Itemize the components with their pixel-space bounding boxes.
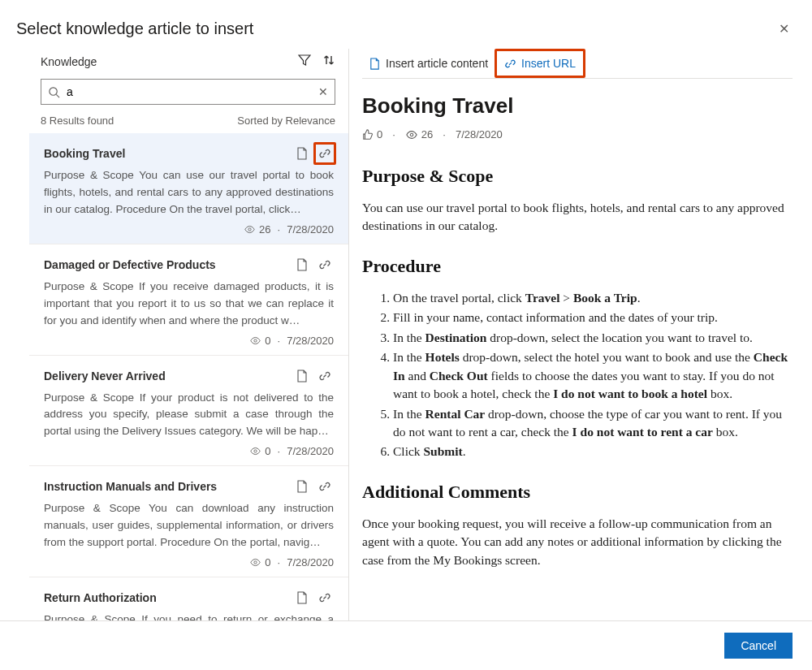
result-card[interactable]: Delivery Never ArrivedPurpose & Scope If… [29,356,348,467]
svg-point-4 [254,561,257,564]
likes: 0 [362,128,382,140]
insert-url-icon[interactable] [316,478,334,495]
eye-icon [405,129,418,140]
like-icon [362,129,374,140]
result-footer: 0·7/28/2020 [44,335,334,347]
result-date: 7/28/2020 [287,556,334,568]
result-views: 0 [249,445,270,457]
heading-purpose: Purpose & Scope [362,163,793,189]
search-icon [48,86,60,98]
result-date: 7/28/2020 [287,335,334,347]
result-title: Damaged or Defective Products [44,258,216,271]
heading-procedure: Procedure [362,253,793,279]
result-snippet: Purpose & Scope If your product is not d… [44,390,334,441]
article-date: 7/28/2020 [456,128,503,140]
svg-point-2 [254,339,257,341]
result-title: Booking Travel [44,147,125,160]
views: 26 [405,128,433,140]
p-additional: Once your booking request, you will rece… [362,515,793,569]
sorted-by: Sorted by Relevance [237,115,335,127]
p-purpose: You can use our travel portal to book fl… [362,199,793,236]
result-date: 7/28/2020 [287,223,334,236]
svg-point-3 [254,450,257,452]
result-card[interactable]: Booking TravelPurpose & Scope You can us… [29,133,348,244]
search-input[interactable] [67,85,312,98]
dialog-title: Select knowledge article to insert [16,19,253,38]
result-snippet: Purpose & Scope If you receive damaged p… [44,279,334,330]
result-snippet: Purpose & Scope If you need to return or… [44,612,334,620]
insert-content-icon[interactable] [293,589,311,607]
article-title: Booking Travel [362,93,793,119]
insert-url-icon[interactable] [316,145,334,162]
svg-point-1 [248,228,251,231]
sort-icon[interactable] [322,54,335,69]
results-list[interactable]: Booking TravelPurpose & Scope You can us… [29,133,348,620]
result-views: 26 [244,223,270,236]
insert-url-icon[interactable] [316,367,334,385]
result-card[interactable]: Instruction Manuals and DriversPurpose &… [29,466,348,577]
insert-content-icon[interactable] [293,256,311,274]
insert-url-icon[interactable] [316,256,334,274]
link-icon [504,58,516,70]
result-card[interactable]: Damaged or Defective ProductsPurpose & S… [29,244,348,356]
result-footer: 26·7/28/2020 [44,223,334,236]
svg-point-0 [50,87,57,94]
result-title: Return Authorization [44,591,157,604]
insert-url-button[interactable]: Insert URL [498,54,582,73]
search-input-wrap[interactable]: ✕ [41,79,335,105]
result-views: 0 [249,335,270,347]
heading-additional: Additional Comments [362,479,793,505]
result-card[interactable]: Return AuthorizationPurpose & Scope If y… [29,577,348,620]
article-preview: Insert article content Insert URL Bookin… [349,49,812,620]
dialog-footer: Cancel [0,620,812,670]
result-title: Instruction Manuals and Drivers [44,480,217,493]
result-snippet: Purpose & Scope You can use our travel p… [44,167,334,218]
result-footer: 0·7/28/2020 [44,556,334,568]
article-meta: 0 · 26 · 7/28/2020 [362,128,793,140]
results-count: 8 Results found [41,115,114,127]
article-body: Purpose & Scope You can use our travel p… [362,163,793,569]
knowledge-panel: Knowledge ✕ 8 Results found Sorted by Re [16,49,349,620]
result-title: Delivery Never Arrived [44,370,166,383]
result-footer: 0·7/28/2020 [44,445,334,457]
knowledge-label: Knowledge [41,55,97,68]
insert-content-button[interactable]: Insert article content [362,54,495,73]
clear-icon[interactable]: ✕ [318,85,328,98]
dialog: Select knowledge article to insert ✕ Kno… [0,0,812,670]
document-icon [369,58,381,70]
insert-url-icon[interactable] [316,589,334,607]
result-date: 7/28/2020 [287,445,334,457]
insert-content-icon[interactable] [293,478,311,495]
result-views: 0 [249,556,270,568]
procedure-steps: On the travel portal, click Travel > Boo… [362,289,793,461]
close-icon[interactable]: ✕ [775,19,793,39]
dialog-header: Select knowledge article to insert ✕ [0,0,812,49]
insert-content-icon[interactable] [293,145,311,162]
cancel-button[interactable]: Cancel [724,633,793,659]
svg-point-6 [410,133,413,136]
insert-content-icon[interactable] [293,367,311,385]
result-snippet: Purpose & Scope You can download any ins… [44,500,334,551]
filter-icon[interactable] [298,54,311,69]
